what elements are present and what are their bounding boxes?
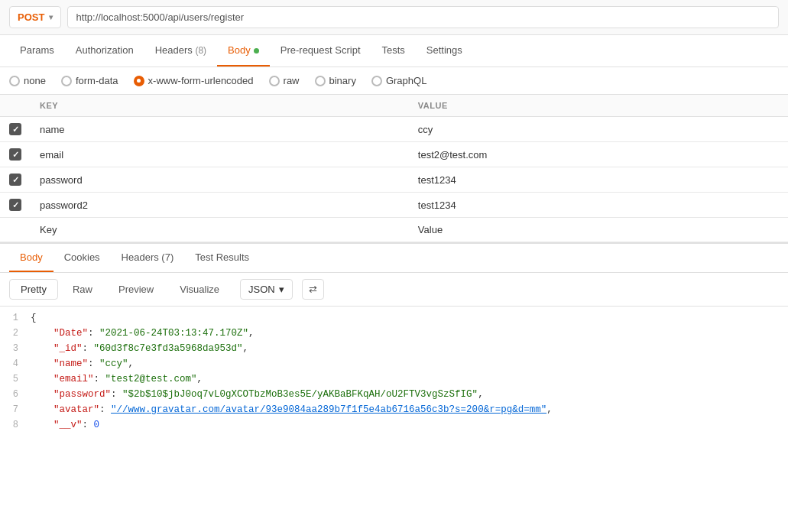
tab-tests[interactable]: Tests <box>371 35 416 66</box>
line-content: "_id": "60d3f8c7e3fd3a5968da953d", <box>31 343 788 354</box>
line-number: 8 <box>0 420 31 430</box>
tab-pre-request-script[interactable]: Pre-request Script <box>270 35 371 66</box>
format-select[interactable]: JSON ▾ <box>240 279 293 300</box>
method-select[interactable]: POST ▾ <box>9 6 61 28</box>
request-tabs: ParamsAuthorizationHeaders (8)BodyPre-re… <box>0 35 788 67</box>
value-col-header: VALUE <box>409 95 788 117</box>
tab-params[interactable]: Params <box>9 35 65 66</box>
chevron-down-icon: ▾ <box>49 13 53 21</box>
line-number: 1 <box>0 313 31 323</box>
code-line: 3 "_id": "60d3f8c7e3fd3a5968da953d", <box>0 343 788 358</box>
row-checkbox-cell <box>0 142 31 167</box>
line-number: 6 <box>0 389 31 400</box>
row-checkbox[interactable] <box>9 148 21 161</box>
table-row: password2test1234 <box>0 193 788 218</box>
row-key[interactable]: email <box>31 142 409 167</box>
radio-circle-form-data <box>61 76 72 86</box>
row-key[interactable]: password2 <box>31 193 409 218</box>
body-type-form-data[interactable]: form-data <box>61 75 118 86</box>
body-type-label: GraphQL <box>386 75 426 86</box>
table-row: emailtest2@test.com <box>0 142 788 167</box>
view-btn-raw[interactable]: Raw <box>61 279 104 300</box>
row-value[interactable]: test1234 <box>409 193 788 218</box>
body-type-label: binary <box>329 75 356 86</box>
line-number: 3 <box>0 343 31 354</box>
url-bar: POST ▾ <box>0 0 788 35</box>
body-type-GraphQL[interactable]: GraphQL <box>371 75 426 86</box>
response-tab-cookies[interactable]: Cookies <box>54 244 111 272</box>
url-input[interactable] <box>67 6 779 28</box>
wrap-button[interactable]: ⇄ <box>302 279 324 300</box>
wrap-icon: ⇄ <box>309 284 317 295</box>
code-line: 7 "avatar": "//www.gravatar.com/avatar/9… <box>0 404 788 420</box>
body-type-x-www-form-urlencoded[interactable]: x-www-form-urlencoded <box>134 75 254 86</box>
row-key[interactable]: name <box>31 117 409 142</box>
line-content: { <box>31 313 788 323</box>
row-checkbox-cell <box>0 218 31 242</box>
row-checkbox-cell <box>0 167 31 193</box>
row-key[interactable]: password <box>31 167 409 193</box>
body-type-none[interactable]: none <box>9 75 46 86</box>
radio-circle-GraphQL <box>371 76 382 86</box>
row-checkbox-cell <box>0 193 31 218</box>
row-checkbox[interactable] <box>9 123 21 135</box>
line-number: 5 <box>0 374 31 384</box>
row-value[interactable]: test2@test.com <box>409 142 788 167</box>
checkbox-col-header <box>0 95 31 117</box>
view-btn-pretty[interactable]: Pretty <box>9 279 58 300</box>
params-table: KEY VALUE nameccyemailtest2@test.compass… <box>0 95 788 242</box>
line-content: "name": "ccy", <box>31 358 788 369</box>
response-tab-body[interactable]: Body <box>9 244 54 272</box>
body-type-binary[interactable]: binary <box>315 75 356 86</box>
radio-circle-x-www-form-urlencoded <box>134 76 144 86</box>
line-content: "__v": 0 <box>31 420 788 430</box>
row-value[interactable]: ccy <box>409 117 788 142</box>
format-label: JSON <box>248 284 275 295</box>
line-content: "password": "$2b$10$jbJ0oq7vL0gXCOTbzMoB… <box>31 389 788 400</box>
body-type-label: x-www-form-urlencoded <box>148 75 254 86</box>
tab-body[interactable]: Body <box>217 35 270 66</box>
code-line: 5 "email": "test2@test.com", <box>0 374 788 389</box>
line-content: "email": "test2@test.com", <box>31 374 788 384</box>
table-row: passwordtest1234 <box>0 167 788 193</box>
row-checkbox-cell <box>0 117 31 142</box>
row-value: Value <box>409 218 788 242</box>
line-content: "Date": "2021-06-24T03:13:47.170Z", <box>31 328 788 339</box>
row-value[interactable]: test1234 <box>409 167 788 193</box>
tab-settings[interactable]: Settings <box>416 35 473 66</box>
response-tabs: BodyCookiesHeaders (7)Test Results <box>0 244 788 273</box>
code-line: 2 "Date": "2021-06-24T03:13:47.170Z", <box>0 328 788 343</box>
response-tab-headers[interactable]: Headers (7) <box>111 244 185 272</box>
row-key: Key <box>31 218 409 242</box>
method-label: POST <box>18 11 44 23</box>
view-buttons-row: PrettyRawPreviewVisualizeJSON ▾⇄ <box>0 273 788 307</box>
table-row: nameccy <box>0 117 788 142</box>
response-section: BodyCookiesHeaders (7)Test Results Prett… <box>0 242 788 441</box>
key-col-header: KEY <box>31 95 409 117</box>
radio-circle-raw <box>269 76 280 86</box>
chevron-down-icon: ▾ <box>279 284 284 295</box>
line-number: 7 <box>0 404 31 415</box>
body-type-row: noneform-datax-www-form-urlencodedrawbin… <box>0 67 788 95</box>
code-line: 6 "password": "$2b$10$jbJ0oq7vL0gXCOTbzM… <box>0 389 788 404</box>
table-row: KeyValue <box>0 218 788 242</box>
row-checkbox[interactable] <box>9 174 21 186</box>
body-type-raw[interactable]: raw <box>269 75 300 86</box>
code-line: 4 "name": "ccy", <box>0 358 788 374</box>
code-area: 1{2 "Date": "2021-06-24T03:13:47.170Z",3… <box>0 307 788 441</box>
code-line: 8 "__v": 0 <box>0 420 788 435</box>
radio-circle-binary <box>315 76 326 86</box>
response-tab-test-results[interactable]: Test Results <box>184 244 260 272</box>
row-checkbox[interactable] <box>9 199 21 211</box>
line-content: "avatar": "//www.gravatar.com/avatar/93e… <box>31 404 788 415</box>
body-type-label: form-data <box>76 75 118 86</box>
view-btn-preview[interactable]: Preview <box>107 279 165 300</box>
body-type-label: none <box>24 75 46 86</box>
tab-headers[interactable]: Headers (8) <box>144 35 217 66</box>
line-number: 2 <box>0 328 31 339</box>
code-line: 1{ <box>0 313 788 328</box>
radio-circle-none <box>9 76 20 86</box>
view-btn-visualize[interactable]: Visualize <box>168 279 231 300</box>
line-number: 4 <box>0 358 31 369</box>
tab-authorization[interactable]: Authorization <box>65 35 144 66</box>
